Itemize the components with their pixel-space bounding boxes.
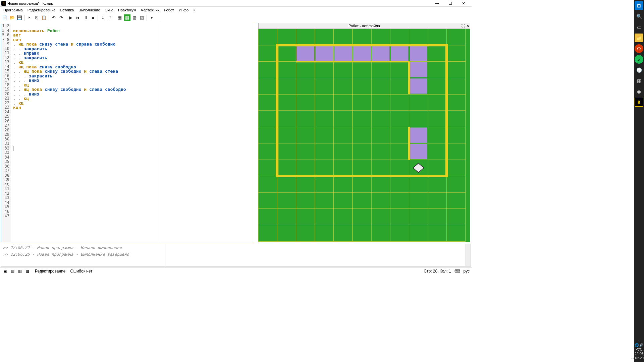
status-cursor-pos: Стр: 28, Кол: 1 <box>424 269 451 274</box>
menu-Инфо[interactable]: Инфо <box>177 7 191 13</box>
toolbar-more-icon[interactable]: ▾ <box>148 14 155 21</box>
svg-rect-36 <box>410 144 427 159</box>
editor-side-panel <box>160 23 254 242</box>
status-icon-2[interactable]: ▤ <box>9 268 15 274</box>
system-tray[interactable]: ‹ 🌐 🔊 РУС 22:06 24.02.2021 <box>631 339 644 362</box>
robot-panel-title-bar: Робот - нет файла ⛶ ✕ <box>258 23 470 29</box>
menu-Практикум[interactable]: Практикум <box>116 7 138 13</box>
toolbar: 📄📂💾✂⎘📋↶↷▶⏭⏸■⤵⤴▦▩▨▧▾ <box>0 13 472 22</box>
toolbar-grid2-icon[interactable]: ▩ <box>124 14 130 21</box>
toolbar-step-into-icon[interactable]: ⤴ <box>107 14 113 21</box>
title-bar: К Новая программа* - Кумир — ☐ ✕ <box>0 0 472 7</box>
toolbar-step-icon[interactable]: ⏭ <box>75 14 82 21</box>
robot-close-icon[interactable]: ✕ <box>466 24 469 28</box>
robot-field[interactable] <box>258 29 470 242</box>
tray-date: 24.02.2021 <box>631 356 644 360</box>
svg-rect-34 <box>410 78 427 94</box>
menu-bar: ПрограммаРедактированиеВставкаВыполнение… <box>0 7 472 13</box>
line-gutter: 1 2 3 4 5 6 7 8 9 10 11 12 13 14 15 16 1… <box>1 23 11 242</box>
start-button[interactable]: ⊞ <box>635 1 643 10</box>
console-scrollbar[interactable] <box>465 244 471 266</box>
status-icon-3[interactable]: ▥ <box>17 268 23 274</box>
menu-Редактирование[interactable]: Редактирование <box>25 7 58 13</box>
code-area[interactable]: использовать Робот алг нач . нц пока сни… <box>11 23 160 242</box>
toolbar-new-icon[interactable]: 📄 <box>1 14 8 21</box>
svg-rect-28 <box>334 46 352 61</box>
svg-marker-41 <box>413 163 424 173</box>
status-mode: Редактирование <box>35 269 65 274</box>
svg-rect-31 <box>391 46 408 61</box>
svg-rect-33 <box>410 62 427 77</box>
svg-rect-30 <box>372 46 389 61</box>
output-console[interactable]: >> 22:06:22 - Новая программа - Начало в… <box>1 244 471 266</box>
toolbar-run-icon[interactable]: ▶ <box>67 14 74 21</box>
toolbar-pause-icon[interactable]: ⏸ <box>82 14 89 21</box>
calc-icon[interactable]: ▦ <box>635 76 643 85</box>
toolbar-cut-icon[interactable]: ✂ <box>26 14 33 21</box>
toolbar-save-icon[interactable]: 💾 <box>16 14 23 21</box>
menu-Робот[interactable]: Робот <box>162 7 176 13</box>
menu-»[interactable]: » <box>191 7 197 13</box>
status-lang: рус <box>464 269 470 274</box>
toolbar-undo-icon[interactable]: ↶ <box>50 14 57 21</box>
minimize-button[interactable]: — <box>430 0 443 7</box>
taskview-icon[interactable]: ▭ <box>635 23 643 32</box>
explorer-icon[interactable]: 📁 <box>635 34 643 42</box>
status-keyboard-icon: ⌨ <box>454 269 460 274</box>
toolbar-pattern-icon[interactable]: ▧ <box>139 14 145 21</box>
tray-time: 22:06 <box>635 352 643 356</box>
toolbar-paste-icon[interactable]: 📋 <box>41 14 47 21</box>
menu-Выполнение[interactable]: Выполнение <box>76 7 102 13</box>
status-icon-4[interactable]: ▦ <box>24 268 30 274</box>
status-bar: ▣ ▤ ▥ ▦ Редактирование Ошибок нет Стр: 2… <box>0 267 472 275</box>
toolbar-grid3-icon[interactable]: ▨ <box>131 14 138 21</box>
menu-Вставка[interactable]: Вставка <box>58 7 76 13</box>
svg-rect-35 <box>410 128 427 143</box>
tray-lang[interactable]: РУС <box>636 348 642 351</box>
svg-rect-32 <box>410 46 427 61</box>
menu-Программа[interactable]: Программа <box>1 7 25 13</box>
status-icon-1[interactable]: ▣ <box>2 268 8 274</box>
console-line: >> 22:06:22 - Новая программа - Начало в… <box>3 245 163 250</box>
steam-icon[interactable]: ◉ <box>635 87 643 96</box>
console-line: >> 22:06:25 - Новая программа - Выполнен… <box>3 252 163 257</box>
svg-rect-29 <box>353 46 371 61</box>
tray-network-icon[interactable]: 🌐 🔊 <box>635 343 644 347</box>
toolbar-open-icon[interactable]: 📂 <box>9 14 15 21</box>
toolbar-redo-icon[interactable]: ↷ <box>58 14 64 21</box>
svg-rect-26 <box>297 46 314 61</box>
toolbar-step-over-icon[interactable]: ⤵ <box>99 14 106 21</box>
opera-icon[interactable]: O <box>635 44 643 53</box>
close-button[interactable]: ✕ <box>457 0 470 7</box>
kumir-taskbar-icon[interactable]: К <box>635 98 643 107</box>
app-icon: К <box>1 1 6 6</box>
spotify-icon[interactable]: ♪ <box>635 55 643 64</box>
robot-maximize-icon[interactable]: ⛶ <box>461 24 465 28</box>
toolbar-copy-icon[interactable]: ⎘ <box>33 14 40 21</box>
toolbar-grid1-icon[interactable]: ▦ <box>116 14 123 21</box>
search-icon[interactable]: 🔍 <box>635 12 643 21</box>
maximize-button[interactable]: ☐ <box>443 0 457 7</box>
code-editor[interactable]: 1 2 3 4 5 6 7 8 9 10 11 12 13 14 15 16 1… <box>1 23 254 242</box>
window-title: Новая программа* - Кумир <box>7 1 53 5</box>
robot-panel-title: Робот - нет файла <box>348 24 380 28</box>
menu-Чертежник[interactable]: Чертежник <box>139 7 161 13</box>
menu-Окна[interactable]: Окна <box>103 7 115 13</box>
svg-rect-27 <box>316 46 333 61</box>
tray-chevron-icon[interactable]: ‹ <box>638 339 639 343</box>
status-errors: Ошибок нет <box>70 269 92 274</box>
windows-taskbar: ⊞ 🔍 ▭ 📁 O ♪ 🕘 ▦ ◉ К ‹ 🌐 🔊 РУС 22:06 24.0… <box>634 0 644 362</box>
clock-icon[interactable]: 🕘 <box>635 66 643 74</box>
toolbar-stop-icon[interactable]: ■ <box>90 14 96 21</box>
